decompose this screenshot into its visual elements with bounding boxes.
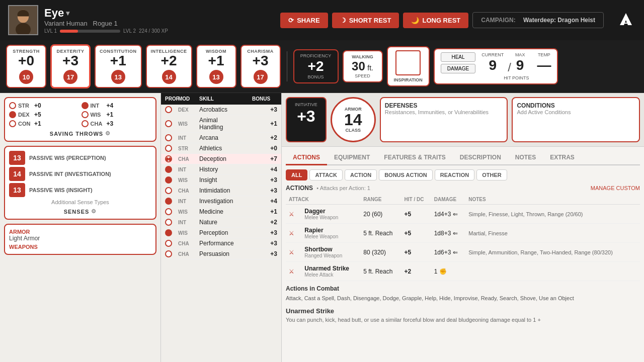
skill-prof-dot <box>165 198 172 205</box>
skill-prof-dot <box>165 166 172 173</box>
tab-description[interactable]: DESCRIPTION <box>453 151 508 165</box>
tab-notes[interactable]: NOTES <box>508 151 543 165</box>
right-column: INITIATIVE +3 ARMOR 14 CLASS DEFENSES Re… <box>282 93 644 362</box>
saving-throw-int: INT +4 <box>82 102 152 109</box>
skill-row-nature[interactable]: INT Nature +2 <box>161 217 281 228</box>
hp-area: HEAL DAMAGE CURRENT 9 / MAX 9 TEMP — HIT… <box>434 48 558 84</box>
actions-area: ACTIONSEQUIPMENTFEATURES & TRAITSDESCRIP… <box>282 147 644 327</box>
long-rest-button[interactable]: 🌙 LONG REST <box>403 13 468 28</box>
gear-icon: ⚙ <box>105 130 111 137</box>
tab-equipment[interactable]: EQUIPMENT <box>327 151 377 165</box>
share-button[interactable]: ⟳ SHARE <box>280 13 328 28</box>
stat-strength[interactable]: STRENGTH +0 10 <box>6 45 46 88</box>
skill-row-perception[interactable]: WIS Perception +3 <box>161 228 281 238</box>
action-tabs: ACTIONSEQUIPMENTFEATURES & TRAITSDESCRIP… <box>286 151 640 165</box>
stat-charisma[interactable]: CHARISMA +3 17 <box>240 45 281 88</box>
filter-tabs: ALLATTACKACTIONBONUS ACTIONREACTIONOTHER <box>286 169 640 180</box>
tab-extras[interactable]: EXTRAS <box>543 151 582 165</box>
weapon-icon: ⚔ <box>289 249 294 256</box>
skill-row-investigation[interactable]: INT Investigation +4 <box>161 196 281 207</box>
saving-throw-dex: DEX +5 <box>9 111 79 118</box>
weapon-icon: ⚔ <box>289 211 294 218</box>
character-info: Eye ▾ Variant Human Rogue 1 LVL 1 LVL 2 … <box>44 7 274 34</box>
skill-row-athletics[interactable]: STR Athletics +0 <box>161 143 281 154</box>
skill-prof-dot <box>165 145 172 152</box>
weapon-row[interactable]: ⚔ Rapier Melee Weapon 5 ft. Reach +5 1d8… <box>286 224 640 243</box>
inspiration-box <box>395 50 421 75</box>
skill-prof-dot <box>165 106 172 113</box>
skills-header: PROF MOD SKILL BONUS <box>161 93 281 105</box>
passive-perception: 13 PASSIVE WIS (PERCEPTION) <box>9 151 151 165</box>
saving-throws-title: SAVING THROWS ⚙ <box>9 130 151 137</box>
stat-intelligence[interactable]: INTELLIGENCE +2 14 <box>146 45 192 88</box>
hp-max: MAX 9 <box>515 52 525 73</box>
passives-box: 13 PASSIVE WIS (PERCEPTION) 14 PASSIVE I… <box>4 146 156 220</box>
weapon-icon: ⚔ <box>289 230 294 237</box>
filter-all[interactable]: ALL <box>286 169 307 180</box>
conditions-box: CONDITIONS Add Active Conditions <box>512 97 640 142</box>
skill-prof-dot <box>165 134 172 141</box>
initiative-box: INITIATIVE +3 <box>286 97 327 142</box>
skill-row-insight[interactable]: WIS Insight +3 <box>161 175 281 186</box>
equipment-box: ARMOR Light Armor WEAPONS <box>4 224 156 255</box>
hp-values: CURRENT 9 / MAX 9 TEMP — <box>481 52 551 74</box>
throw-prof-dot <box>82 102 89 109</box>
character-subtitle: Variant Human Rogue 1 <box>44 20 274 27</box>
skill-prof-dot <box>165 176 172 184</box>
senses-title: SENSES ⚙ <box>9 208 151 215</box>
name-arrow-icon: ▾ <box>66 9 69 17</box>
main-content: STR +0 INT +4 DEX +5 WIS +1 CON +1 CHA +… <box>0 93 644 362</box>
skill-row-history[interactable]: INT History +4 <box>161 164 281 175</box>
weapon-row[interactable]: ⚔ Unarmed Strike Melee Attack 5 ft. Reac… <box>286 262 640 281</box>
skill-row-intimidation[interactable]: CHA Intimidation +3 <box>161 186 281 196</box>
filter-action[interactable]: ACTION <box>345 169 377 180</box>
campaign-button[interactable]: CAMPAIGN: Waterdeep: Dragon Heist <box>472 12 604 28</box>
inspiration[interactable]: INSPIRATION <box>387 46 430 86</box>
saving-throw-wis: WIS +1 <box>82 111 152 118</box>
avatar <box>8 5 38 35</box>
stat-wisdom[interactable]: WISDOM +1 13 <box>196 45 236 88</box>
xp-row: LVL 1 LVL 2 224 / 300 XP <box>44 28 274 34</box>
filter-other[interactable]: OTHER <box>476 169 507 180</box>
header-right: ⟳ SHARE ☽ SHORT REST 🌙 LONG REST CAMPAIG… <box>280 9 636 31</box>
heal-button[interactable]: HEAL <box>441 52 475 62</box>
combat-actions-list: Attack, Cast a Spell, Dash, Disengage, D… <box>286 294 640 303</box>
saving-throw-str: STR +0 <box>9 102 79 109</box>
attacks-table: ATTACK RANGE HIT / DC DAMAGE NOTES ⚔ Dag… <box>286 195 640 281</box>
throws-grid: STR +0 INT +4 DEX +5 WIS +1 CON +1 CHA +… <box>9 102 151 127</box>
tab-features---traits[interactable]: FEATURES & TRAITS <box>377 151 452 165</box>
skill-row-acrobatics[interactable]: DEX Acrobatics +3 <box>161 105 281 115</box>
hp-slash: / <box>508 60 511 74</box>
weapon-icon: ⚔ <box>289 268 294 275</box>
skill-row-deception[interactable]: CHA Deception +7 <box>161 154 281 164</box>
weapon-row[interactable]: ⚔ Shortbow Ranged Weapon 80 (320) +5 1d6… <box>286 243 640 262</box>
stat-dexterity[interactable]: DEXTERITY +3 17 <box>50 44 91 88</box>
combat-stats: INITIATIVE +3 ARMOR 14 CLASS DEFENSES Re… <box>282 93 644 147</box>
xp-bar <box>60 30 120 33</box>
skill-row-medicine[interactable]: WIS Medicine +1 <box>161 207 281 217</box>
xp-fill <box>60 30 78 33</box>
skill-row-performance[interactable]: CHA Performance +3 <box>161 238 281 249</box>
tab-actions[interactable]: ACTIONS <box>286 151 327 165</box>
filter-bonus-action[interactable]: BONUS ACTION <box>379 169 433 180</box>
proficiency-bonus: PROFICIENCY +2 BONUS <box>293 49 339 83</box>
weapon-row[interactable]: ⚔ Dagger Melee Weapon 20 (60) +5 1d4+3 ⇐… <box>286 205 640 224</box>
short-rest-button[interactable]: ☽ SHORT REST <box>332 13 399 28</box>
manage-custom-button[interactable]: MANAGE CUSTOM <box>591 185 640 191</box>
throw-prof-dot <box>82 120 89 127</box>
filter-attack[interactable]: ATTACK <box>309 169 343 180</box>
stat-constitution[interactable]: CONSTITUTION +1 13 <box>95 45 142 88</box>
skill-prof-dot <box>165 120 172 127</box>
throw-prof-dot <box>9 111 16 118</box>
hp-temp: TEMP — <box>537 52 551 73</box>
brand-icon <box>616 9 636 31</box>
throw-prof-dot <box>9 120 16 127</box>
throw-prof-dot <box>82 111 89 118</box>
skill-row-animal-handling[interactable]: WIS Animal Handling +1 <box>161 115 281 133</box>
skill-prof-dot <box>165 208 172 215</box>
skill-row-arcana[interactable]: INT Arcana +2 <box>161 133 281 143</box>
skill-row-persuasion[interactable]: CHA Persuasion +3 <box>161 249 281 259</box>
filter-reaction[interactable]: REACTION <box>435 169 474 180</box>
hp-current: CURRENT 9 <box>481 52 504 73</box>
damage-button[interactable]: DAMAGE <box>441 64 475 73</box>
